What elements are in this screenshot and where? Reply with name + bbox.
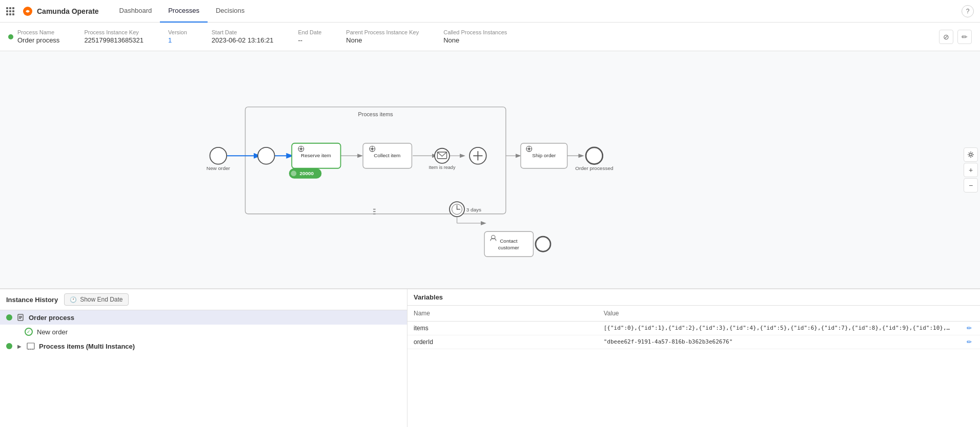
instance-history-list: Order process ✓ New order ▶ (0, 310, 407, 427)
end-date-item: End Date -- (298, 29, 321, 44)
col-value: Value (598, 306, 958, 322)
var-name: orderId (407, 335, 598, 349)
instance-history-title: Instance History (6, 296, 58, 304)
svg-text:Process items: Process items (358, 111, 394, 117)
header-actions: ⊘ ✏ (939, 30, 972, 44)
version-value[interactable]: 1 (168, 36, 187, 44)
end-date-label: End Date (298, 29, 321, 35)
instance-history-panel: Instance History 🕐 Show End Date (0, 289, 407, 427)
zoom-controls: + − (964, 147, 978, 193)
status-dot-active (6, 314, 12, 321)
bpmn-canvas[interactable]: Process items (0, 51, 980, 289)
nav-right: ? (962, 5, 974, 17)
svg-rect-60 (484, 231, 533, 257)
svg-text:Contact: Contact (500, 238, 518, 244)
var-edit[interactable]: ✏ (958, 322, 980, 335)
called-process-value: None (443, 36, 507, 44)
svg-text:3 days: 3 days (466, 207, 481, 212)
list-item[interactable]: Order process (0, 310, 407, 325)
help-icon[interactable]: ? (962, 5, 974, 17)
var-value: "dbeee62f-9191-4a57-816b-b362b3e62676" (598, 335, 958, 349)
clock-icon: 🕐 (70, 296, 77, 303)
tab-processes[interactable]: Processes (160, 0, 208, 23)
col-name: Name (407, 306, 598, 322)
table-row: orderId "dbeee62f-9191-4a57-816b-b362b3e… (407, 335, 980, 349)
spacer (14, 329, 21, 335)
svg-point-58 (586, 147, 603, 164)
app-logo: Camunda Operate (23, 6, 99, 16)
check-icon: ✓ (25, 328, 33, 336)
process-key-value: 2251799813685321 (84, 36, 144, 44)
svg-point-36 (435, 148, 450, 163)
svg-point-19 (300, 147, 302, 150)
version-item: Version 1 (168, 29, 187, 44)
parent-process-label: Parent Process Instance Key (346, 29, 419, 35)
edit-button[interactable]: ✏ (957, 30, 972, 44)
svg-point-52 (528, 147, 530, 150)
list-item-label: Process items (Multi Instance) (39, 343, 135, 350)
svg-point-26 (291, 170, 296, 176)
svg-point-64 (536, 237, 550, 251)
doc-icon (16, 313, 25, 322)
table-row: items [{"id":0},{"id":1},{"id":2},{"id":… (407, 322, 980, 335)
col-actions (958, 306, 980, 322)
show-end-date-label: Show End Date (80, 296, 122, 303)
called-process-label: Called Process Instances (443, 29, 507, 35)
grid-icon[interactable] (6, 7, 14, 15)
cancel-button[interactable]: ⊘ (939, 30, 953, 44)
show-end-date-button[interactable]: 🕐 Show End Date (64, 293, 128, 306)
svg-text:customer: customer (498, 245, 520, 250)
tab-dashboard[interactable]: Dashboard (111, 0, 160, 23)
svg-text:New order: New order (207, 165, 231, 171)
svg-text:Collect item: Collect item (374, 153, 400, 158)
list-item-label: Order process (29, 314, 74, 322)
end-date-value: -- (298, 36, 321, 44)
main-area: Process items (0, 51, 980, 427)
svg-point-65 (970, 153, 972, 156)
zoom-settings-button[interactable] (964, 147, 978, 162)
multi-instance-icon (27, 342, 35, 350)
edit-icon[interactable]: ✏ (965, 337, 974, 347)
var-edit[interactable]: ✏ (958, 335, 980, 349)
svg-rect-70 (27, 343, 34, 349)
version-label: Version (168, 29, 187, 35)
svg-text:Ship order: Ship order (532, 153, 556, 158)
start-date-item: Start Date 2023-06-02 13:16:21 (212, 29, 274, 44)
tab-decisions[interactable]: Decisions (208, 0, 253, 23)
var-value: [{"id":0},{"id":1},{"id":2},{"id":3},{"i… (598, 322, 958, 335)
svg-text:Reserve item: Reserve item (301, 153, 331, 158)
var-name: items (407, 322, 598, 335)
called-process-item: Called Process Instances None (443, 29, 507, 44)
svg-text:20000: 20000 (299, 170, 314, 176)
parent-process-value: None (346, 36, 419, 44)
process-key-label: Process Instance Key (84, 29, 144, 35)
process-name-value: Order process (17, 36, 59, 44)
variables-panel: Variables Name Value items [{"id": (407, 289, 980, 427)
svg-text:Order processed: Order processed (575, 165, 613, 171)
svg-point-16 (258, 147, 275, 164)
process-name-group: Process Name Order process (8, 29, 59, 44)
status-dot-active (6, 343, 12, 349)
list-item[interactable]: ✓ New order (0, 325, 407, 339)
variables-title: Variables (414, 293, 443, 301)
process-key-item: Process Instance Key 2251799813685321 (84, 29, 144, 44)
process-name-label: Process Name (17, 29, 59, 35)
list-item[interactable]: ▶ Process items (Multi Instance) (0, 339, 407, 353)
top-navigation: Camunda Operate Dashboard Processes Deci… (0, 0, 980, 23)
bottom-panel: Instance History 🕐 Show End Date (0, 289, 980, 427)
start-date-value: 2023-06-02 13:16:21 (212, 36, 274, 44)
svg-point-30 (371, 147, 374, 150)
zoom-out-button[interactable]: − (964, 178, 978, 193)
svg-point-14 (210, 147, 227, 164)
edit-icon[interactable]: ✏ (965, 324, 974, 333)
status-dot (8, 34, 13, 39)
list-item-label: New order (37, 328, 68, 336)
process-header: Process Name Order process Process Insta… (0, 23, 980, 51)
instance-history-header: Instance History 🕐 Show End Date (0, 289, 407, 310)
nav-tabs: Dashboard Processes Decisions (111, 0, 253, 23)
zoom-in-button[interactable]: + (964, 163, 978, 177)
variables-table: Name Value items [{"id":0},{"id":1},{"id… (407, 306, 980, 427)
svg-text:Item is ready: Item is ready (429, 165, 456, 170)
expand-icon[interactable]: ▶ (16, 343, 23, 349)
app-title: Camunda Operate (37, 7, 99, 15)
